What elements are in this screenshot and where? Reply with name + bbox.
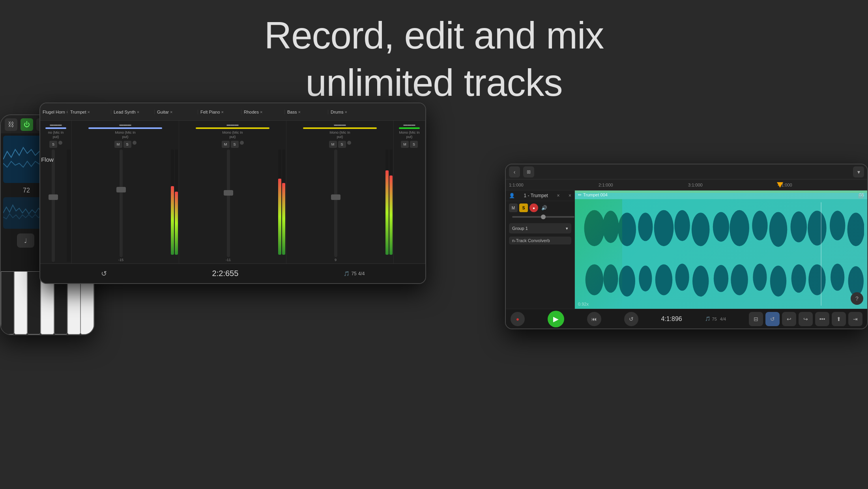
fader-thumb-guitar[interactable] [331,194,340,200]
grid-btn[interactable]: ⊞ [523,166,534,177]
vu-r-leadsynth [282,149,285,255]
track-name-label: 1 - Trumpet [524,193,548,198]
power-btn[interactable]: ⏻ [21,118,33,131]
chain-icon-btn[interactable]: ⛓ [5,118,17,131]
strip-trumpet: ▬▬▬ Mono (Mic Input) M S -15 [72,121,179,263]
strip-header-feltpiano: Felt Piano × [198,110,241,114]
svg-point-7 [713,212,729,242]
undo-btn[interactable]: ↩ [782,312,796,326]
track-settings-icon[interactable]: ⊟ [858,192,863,200]
s-btn-flugel[interactable]: S [49,141,57,148]
m-btn-leadsynth[interactable]: M [222,141,230,148]
metronome-icon2: 🎵 [705,316,711,321]
fader-thumb-flugel[interactable] [49,194,58,200]
record-btn[interactable]: ● [511,312,525,326]
repeat-btn[interactable]: ↺ [624,312,638,326]
fx-label[interactable]: n-Track Convolverb [509,237,571,244]
s-btn-feltpiano[interactable]: S [410,141,418,148]
input-label-guitar: Mono (Mic Input) [329,131,350,139]
back-btn[interactable]: ‹ [509,166,520,177]
pitch1: 72 [23,187,30,194]
s-btn-leadsynth[interactable]: S [231,141,239,148]
play-btn[interactable]: ▶ [548,311,564,327]
share-btn[interactable]: ⬆ [832,312,846,326]
strip-header-guitar: Guitar × [155,110,198,114]
svg-point-25 [770,265,786,297]
svg-point-13 [830,211,845,240]
db-label-guitar: 9 [335,258,337,262]
person-icon: 👤 [509,193,515,198]
color-bar-flugel [45,127,66,129]
hero-line1: Record, edit and mix [0,12,868,59]
piano-key-black1[interactable] [1,271,14,334]
marker-1: 1:1:000 [507,183,597,187]
dropdown-btn[interactable]: ▾ [853,166,864,177]
fader-col-trumpet: -15 [73,149,169,262]
hero-text: Record, edit and mix unlimited tracks [0,12,868,106]
fader-track-guitar [334,149,337,257]
rewind-btn[interactable]: ⏮ [587,312,601,326]
marker-3: 3:1:000 [687,183,776,187]
group-dropdown[interactable]: Group 1 ▾ [509,223,571,233]
fader-col-guitar: 9 [287,149,384,262]
selection-overlay [575,199,622,309]
ms-row-feltpiano: M S [401,141,418,148]
svg-point-29 [848,266,864,296]
input-label-trumpet: Mono (Mic Input) [115,131,135,139]
m-btn-feltpiano[interactable]: M [401,141,409,148]
redo-btn[interactable]: ↪ [799,312,813,326]
repeat-icon[interactable]: ↺ [101,269,107,278]
m-btn-track[interactable]: M [509,203,518,212]
send-btn[interactable]: ⇥ [848,312,862,326]
fader-area-guitar: 9 [287,149,393,262]
strip-header-flugel: Flugel Horn × [40,110,68,114]
strip-feltpiano: ▬▬▬ Mono (Mic Input) M S [394,121,425,263]
timesig-display: 4/4 [358,271,365,276]
ms-row-guitar: M S [329,141,351,148]
rec-btn-track[interactable]: ● [529,203,538,212]
svg-point-18 [639,265,652,291]
mixer-icon-btn[interactable]: ⊟ [749,312,763,326]
input-label-flugel: no (Mic Input) [48,131,64,139]
s-btn-guitar[interactable]: S [338,141,346,148]
s-btn-track[interactable]: S [519,203,528,212]
svg-point-19 [655,264,673,295]
fader-track-trumpet [120,149,123,257]
svg-point-27 [808,264,826,295]
fader-thumb-leadsynth[interactable] [224,190,233,196]
position-display: 4:1:896 [661,315,682,323]
svg-point-4 [654,210,674,246]
wave-icon-feltpiano: ▬▬▬ [404,122,415,127]
mixer-bottom-bar: ↺ 2:2:655 🎵 75 4/4 [40,263,425,283]
svg-point-14 [847,213,864,246]
vu-l-guitar [385,149,389,255]
strip-header-leadsynth: Lead Synth × [111,110,155,114]
audio-region: ✏ Trumpet 004 G5 [575,190,867,309]
svg-point-11 [791,211,807,243]
m-btn-guitar[interactable]: M [329,141,337,148]
track-controls: M S ● 🔊 [506,201,574,215]
piano-key-white1[interactable] [14,271,28,334]
close-track-btn2[interactable]: × [569,193,571,198]
fader-track-flugel [52,149,55,262]
volume-slider[interactable] [512,216,574,218]
note-btn[interactable]: ♩ [17,233,34,248]
piano-key-black2[interactable] [27,271,41,334]
more-btn[interactable]: ••• [815,312,829,326]
fader-thumb-trumpet[interactable] [116,187,126,192]
close-track-btn[interactable]: × [557,193,559,198]
m-btn-trumpet[interactable]: M [114,141,122,148]
strip-header-trumpet: Trumpet × [68,110,111,114]
loop-icon-btn[interactable]: ↺ [765,312,780,326]
help-btn-track[interactable]: ? [851,292,863,305]
s-btn-trumpet[interactable]: S [123,141,131,148]
timeline-bar: 1:1:000 2:1:000 3:1:000 4:1:000 [506,179,867,190]
edit-icon: ✏ [578,192,582,198]
fader-col-leadsynth: -11 [180,149,277,262]
strip-leadsynth: ▬▬▬ Mono (Mic Input) M S -11 [179,121,286,263]
vu-r-trumpet [175,149,178,255]
playhead-triangle [777,182,783,188]
track-body: 👤 1 - Trumpet × × M S ● 🔊 Group 1 ▾ n-Tr… [506,190,867,309]
volume-slider-container [506,215,574,219]
color-bar-leadsynth [196,127,269,129]
